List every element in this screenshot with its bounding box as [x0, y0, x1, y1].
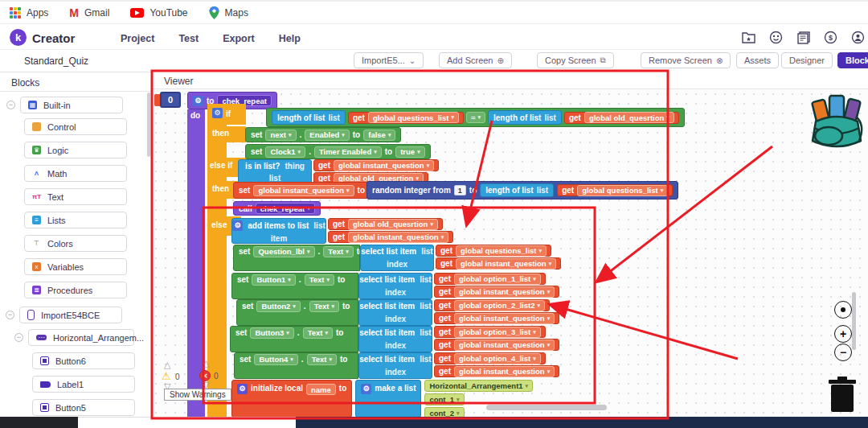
menu-help[interactable]: Help — [279, 33, 301, 44]
designer-button[interactable]: Designer — [781, 52, 833, 68]
get-variable-block[interactable]: get global instant_question▾ — [434, 365, 559, 377]
get-variable-block[interactable]: get global old_quesrtion▾ — [328, 218, 443, 230]
bookmark-youtube[interactable]: YouTube — [130, 7, 187, 19]
gear-icon[interactable]: ⚙ — [193, 96, 203, 106]
get-variable-block[interactable]: get global instant_question▾ — [434, 312, 559, 324]
local-name-field[interactable]: name — [306, 384, 336, 395]
select-list-item-block[interactable]: select list itemlist index — [358, 273, 432, 299]
gear-icon[interactable]: ⚙ — [212, 108, 223, 118]
menu-project[interactable]: Project — [121, 33, 154, 44]
initialize-local-block[interactable]: ⚙ initialize local name to — [231, 380, 352, 417]
set-variable-block[interactable]: set global instant_question▾ to — [233, 182, 371, 199]
get-variable-block[interactable]: get global instant_question▾ — [436, 257, 561, 270]
component-dropdown[interactable]: next▾ — [265, 130, 296, 141]
show-warnings-button[interactable]: Show Warnings — [164, 389, 231, 401]
get-variable-block[interactable]: get global instant_question▾ — [328, 231, 453, 243]
set-property-block[interactable]: set Clock1▾ . Timer Enabled▾ to true▾ — [245, 144, 431, 159]
select-list-item-block[interactable]: select list itemlist index — [358, 299, 432, 326]
get-variable-block[interactable]: get global option_4_list▾ — [434, 352, 546, 364]
procedure-dropdown[interactable]: chek_repeat▾ — [256, 203, 315, 214]
get-variable-block[interactable]: get global instant_question▾ — [313, 159, 439, 171]
if-block-bar[interactable] — [207, 104, 227, 417]
select-list-item-block[interactable]: select list itemlist index — [358, 352, 432, 379]
set-property-block[interactable]: set Button1▾ . Text▾ to — [231, 273, 358, 299]
select-list-item-block[interactable]: select list itemlist index — [358, 326, 432, 352]
random-integer-block[interactable]: random integer from 1 to length of listl… — [366, 181, 678, 200]
vertical-scrollbar[interactable] — [852, 292, 856, 350]
property-dropdown[interactable]: Text▾ — [307, 354, 337, 365]
number-block[interactable]: 0 — [160, 92, 181, 108]
component-dropdown[interactable]: Button2▾ — [256, 301, 300, 312]
sidebar-scrollbar[interactable] — [147, 93, 150, 157]
set-property-block[interactable]: set Button2▾ . Text▾ to — [236, 299, 358, 326]
warning-up-arrow[interactable]: △ — [164, 360, 170, 370]
is-in-list-block[interactable]: is in list?thing list — [238, 159, 312, 184]
length-of-list-block[interactable]: length of listlist — [488, 110, 562, 125]
sidebar-item-logic[interactable]: ♛ Logic — [24, 142, 127, 158]
sidebar-item-label1[interactable]: Label1 — [32, 376, 135, 393]
property-dropdown[interactable]: Text▾ — [323, 246, 353, 257]
property-dropdown[interactable]: Enabled▾ — [305, 130, 349, 141]
number-field[interactable]: 1 — [454, 185, 466, 195]
logic-false-block[interactable]: false▾ — [363, 130, 395, 141]
blocks-workspace[interactable]: 0 ⚙ to chek_repeat do ⚙ if then else if … — [151, 89, 868, 417]
sidebar-item-button5[interactable]: Button5 — [32, 399, 135, 416]
component-dropdown[interactable]: Button1▾ — [252, 274, 295, 286]
get-variable-block[interactable]: get global option_1_list▾ — [434, 273, 546, 285]
remove-screen-button[interactable]: Remove Screen ⊗ — [641, 52, 731, 68]
add-screen-button[interactable]: Add Screen ⊕ — [439, 52, 512, 68]
set-property-block[interactable]: set next▾ . Enabled▾ to false▾ — [245, 127, 401, 142]
sidebar-item-arrangement[interactable]: − ⋯ Horizontal_Arrangem... — [14, 329, 134, 346]
collapse-icon[interactable]: − — [6, 101, 15, 109]
property-dropdown[interactable]: Timer Enabled▾ — [314, 146, 382, 158]
collapse-icon[interactable]: − — [14, 333, 23, 342]
set-property-block[interactable]: set Question_lbl▾ . Text▾ to — [233, 245, 360, 271]
get-variable-block[interactable]: get global old_quesrtion▾ — [564, 112, 679, 124]
gallery-folder-icon[interactable] — [742, 31, 755, 44]
gear-icon[interactable]: ⚙ — [237, 384, 248, 394]
assets-button[interactable]: Assets — [736, 52, 779, 68]
select-list-item-block[interactable]: select list itemlist index — [360, 245, 434, 271]
logic-true-block[interactable]: true▾ — [395, 146, 424, 158]
collapse-icon[interactable]: − — [6, 311, 14, 319]
copy-screen-button[interactable]: Copy Screen ⧉ — [537, 52, 614, 68]
component-block[interactable]: cont_2▾ — [424, 407, 464, 417]
error-up-arrow[interactable]: △ — [203, 358, 209, 368]
component-dropdown[interactable]: Clock1▾ — [265, 146, 305, 158]
get-variable-block[interactable]: get global option_2_list2▾ — [434, 299, 550, 311]
property-dropdown[interactable]: Text▾ — [305, 274, 334, 286]
component-block[interactable]: Horizontal_Arrangement1▾ — [424, 380, 533, 392]
bookmark-maps[interactable]: Maps — [209, 6, 248, 19]
sidebar-item-control[interactable]: Control — [24, 118, 127, 135]
sidebar-item-text[interactable]: πT Text — [24, 188, 127, 205]
length-of-list-block[interactable]: length of listlist — [272, 110, 346, 125]
get-variable-block[interactable]: get global questions_list▾ — [557, 184, 673, 196]
sidebar-item-procedures[interactable]: ≣ Procedures — [24, 282, 127, 298]
sidebar-item-variables[interactable]: x Variables — [24, 258, 127, 275]
variable-dropdown[interactable]: global instant_question▾ — [253, 185, 354, 196]
property-dropdown[interactable]: Text▾ — [303, 327, 333, 339]
kodular-logo[interactable]: k — [10, 29, 27, 46]
equals-block[interactable]: length of listlist get global questions_… — [266, 108, 685, 127]
make-a-list-block[interactable]: ⚙ make a list — [355, 380, 421, 417]
community-icon[interactable] — [769, 31, 783, 44]
monetize-icon[interactable]: $ — [824, 31, 837, 44]
sidebar-item-button6[interactable]: Button6 — [32, 352, 135, 369]
set-property-block[interactable]: set Button4▾ . Text▾ to — [234, 352, 358, 379]
bookmark-apps[interactable]: Apps — [10, 7, 48, 19]
zoom-in-button[interactable]: + — [834, 325, 852, 343]
add-items-block[interactable]: ⚙add items to listlist item — [231, 218, 326, 244]
backpack-icon[interactable] — [805, 89, 868, 158]
property-dropdown[interactable]: Text▾ — [309, 301, 339, 312]
get-variable-block[interactable]: get global questions_list▾ — [348, 112, 464, 124]
sidebar-item-screen[interactable]: − ImportE54BCE — [6, 307, 122, 323]
menu-test[interactable]: Test — [178, 33, 199, 44]
get-variable-block[interactable]: get global instant_question▾ — [434, 286, 559, 298]
menu-export[interactable]: Export — [223, 33, 255, 44]
account-icon[interactable] — [851, 31, 865, 44]
zoom-out-button[interactable]: − — [834, 344, 852, 361]
sidebar-item-math[interactable]: Λ Math — [24, 165, 127, 182]
sidebar-item-lists[interactable]: ≡ Lists — [24, 212, 127, 228]
call-procedure-block[interactable]: call chek_repeat▾ — [233, 201, 321, 216]
gear-icon[interactable]: ⚙ — [232, 220, 243, 231]
